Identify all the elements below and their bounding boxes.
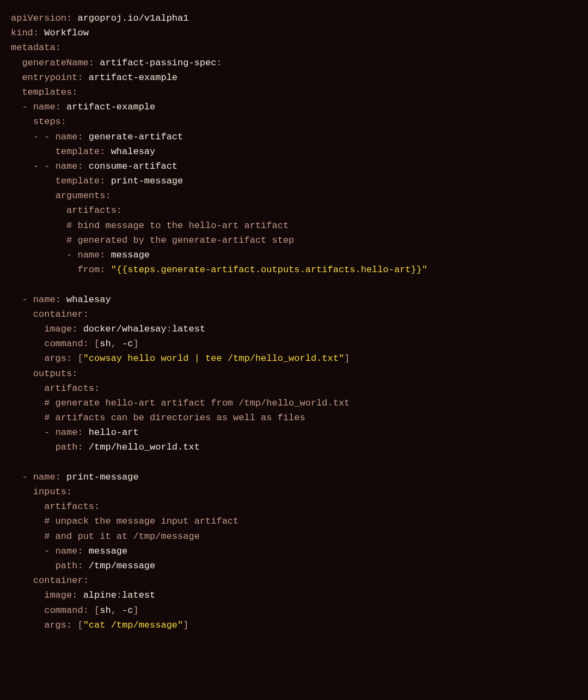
- key-metadata: metadata: [11, 42, 56, 53]
- val-kind: Workflow: [44, 28, 89, 38]
- out-artifact-name: hello-art: [89, 427, 139, 438]
- val-entrypoint: artifact-example: [89, 72, 177, 83]
- tmpl2-args: "cat /tmp/message": [83, 620, 183, 630]
- tmpl2-name: print-message: [66, 472, 139, 482]
- key-generatename: generateName: [22, 58, 88, 68]
- step0-name: generate-artifact: [89, 132, 183, 142]
- step1-name: consume-artifact: [89, 161, 177, 171]
- key-entrypoint: entrypoint: [22, 72, 77, 83]
- comment-line: # artifacts can be directories as well a…: [44, 413, 305, 423]
- key-apiversion: apiVersion: [11, 13, 66, 23]
- step0-template: whalesay: [111, 146, 156, 157]
- comment-line: # unpack the message input artifact: [44, 516, 238, 526]
- comment-line: # generated by the generate-artifact ste…: [66, 235, 294, 245]
- key-kind: kind: [11, 28, 33, 38]
- key-templates: templates: [22, 87, 72, 97]
- tmpl1-args: "cowsay hello world | tee /tmp/hello_wor…: [83, 353, 344, 364]
- comment-line: # and put it at /tmp/message: [44, 531, 200, 542]
- yaml-code-block: apiVersion: argoproj.io/v1alpha1 kind: W…: [11, 11, 577, 633]
- tmpl2-image-repo: alpine: [83, 590, 117, 600]
- val-generatename: artifact-passing-spec: [100, 58, 216, 68]
- comment-line: # bind message to the hello-art artifact: [66, 220, 289, 231]
- comment-line: # generate hello-art artifact from /tmp/…: [44, 398, 350, 408]
- arg-artifact-name: message: [111, 250, 150, 260]
- step1-template: print-message: [111, 176, 183, 186]
- dash-icon: -: [22, 102, 27, 112]
- in-artifact-path: /tmp/message: [89, 561, 155, 571]
- tmpl1-name: whalesay: [66, 294, 111, 305]
- val-apiversion: argoproj.io/v1alpha1: [77, 13, 188, 23]
- tmpl2-image-tag: latest: [122, 590, 155, 600]
- tmpl1-image-tag: latest: [172, 324, 205, 334]
- out-artifact-path: /tmp/hello_world.txt: [89, 442, 200, 452]
- arg-artifact-from: "{{steps.generate-artifact.outputs.artif…: [111, 265, 428, 275]
- tmpl1-image-repo: docker/whalesay: [83, 324, 167, 334]
- tmpl0-name: artifact-example: [66, 102, 155, 112]
- in-artifact-name: message: [89, 546, 127, 556]
